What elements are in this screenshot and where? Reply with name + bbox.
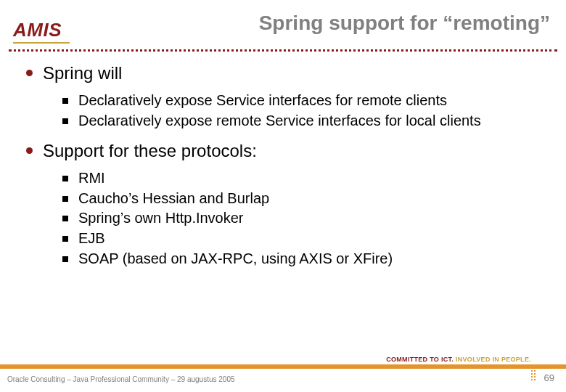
logo-underline [13,42,70,44]
bullet-item: Spring will [26,62,546,84]
bullet-text: Spring will [43,62,122,84]
tagline-part2: INVOLVED IN PEOPLE. [454,356,531,363]
square-bullet-icon [62,236,68,242]
bullet-item: Support for these protocols: [26,140,546,162]
sub-item: Declaratively expose remote Service inte… [62,112,546,131]
page-number: 69 [544,372,554,383]
slide-content: Spring will Declaratively expose Service… [26,62,546,278]
bullet-dot-icon [26,147,33,154]
sub-text: RMI [78,169,105,188]
sub-list: RMI Caucho’s Hessian and Burlap Spring’s… [62,169,546,268]
sub-text: SOAP (based on JAX-RPC, using AXIS or XF… [78,250,393,269]
logo-text: AMIS [13,19,62,41]
footer-bar [0,364,566,369]
sub-text: Caucho’s Hessian and Burlap [78,189,269,208]
square-bullet-icon [62,98,68,104]
sub-item: RMI [62,169,546,188]
bullet-text: Support for these protocols: [43,140,257,162]
slide-footer: COMMITTED TO ICT. INVOLVED IN PEOPLE. Or… [0,360,566,392]
tagline-part1: COMMITTED TO ICT. [386,356,454,363]
square-bullet-icon [62,216,68,221]
sub-list: Declaratively expose Service interfaces … [62,91,546,130]
slide-title: Spring support for “remoting” [259,12,550,35]
bullet-dot-icon [26,70,33,76]
square-bullet-icon [62,196,68,202]
square-bullet-icon [62,176,68,181]
header-divider [9,49,557,52]
square-bullet-icon [62,256,68,262]
sub-text: Declaratively expose Service interfaces … [78,91,447,110]
footer-tagline: COMMITTED TO ICT. INVOLVED IN PEOPLE. [386,356,531,363]
sub-item: Caucho’s Hessian and Burlap [62,189,546,208]
footer-dots-icon [531,367,537,385]
sub-item: SOAP (based on JAX-RPC, using AXIS or XF… [62,250,546,269]
footer-info: Oracle Consulting – Java Professional Co… [7,375,235,383]
sub-text: Declaratively expose remote Service inte… [78,112,481,131]
sub-item: EJB [62,229,546,248]
sub-item: Spring’s own Http.Invoker [62,209,546,228]
sub-text: EJB [78,229,105,248]
sub-text: Spring’s own Http.Invoker [78,209,244,228]
sub-item: Declaratively expose Service interfaces … [62,91,546,110]
square-bullet-icon [62,118,68,124]
amis-logo: AMIS [13,19,78,42]
